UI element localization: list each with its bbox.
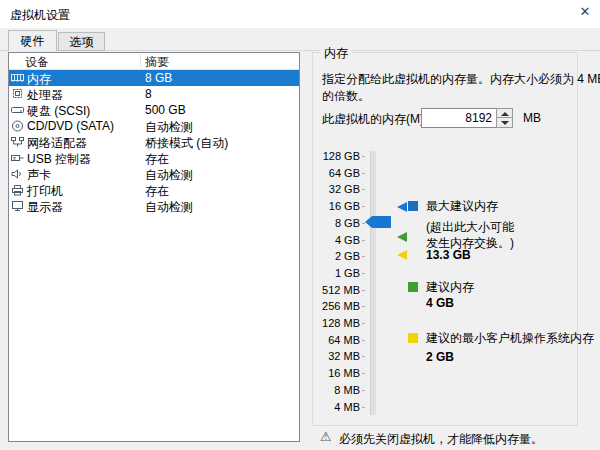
- scale-label: 8 GB: [314, 216, 360, 230]
- recommended-marker-icon: [397, 232, 407, 242]
- scale-tick: [362, 206, 365, 207]
- scale-tick: [362, 407, 365, 408]
- scale-tick: [362, 373, 365, 374]
- scale-tick: [362, 323, 365, 324]
- device-row-usb-controller[interactable]: USB 控制器 存在: [9, 150, 299, 166]
- guest-min-label: 建议的最小客户机操作系统内存: [426, 331, 594, 345]
- spinner-down-button[interactable]: [496, 118, 513, 128]
- tab-hardware[interactable]: 硬件: [8, 30, 57, 51]
- scale-label: 1 GB: [314, 266, 360, 280]
- scale-label: 128 MB: [314, 316, 360, 330]
- device-row-display[interactable]: 显示器 自动检测: [9, 198, 299, 214]
- printer-icon: [11, 184, 24, 196]
- scale-tick: [362, 223, 365, 224]
- device-list-header: 设备 摘要: [9, 53, 299, 70]
- scale-tick: [362, 189, 365, 190]
- scale-tick: [362, 256, 365, 257]
- dialog-title: 虚拟机设置: [10, 7, 70, 24]
- scale-label: 256 MB: [314, 299, 360, 313]
- cd-dvd-icon: [11, 120, 24, 132]
- device-name: 显示器: [27, 199, 63, 216]
- device-list: 设备 摘要 内存 8 GB 处理器 8 硬盘 (SCSI) 500 GB CD/…: [8, 52, 300, 442]
- device-row-printer[interactable]: 打印机 存在: [9, 182, 299, 198]
- scale-label: 16 GB: [314, 199, 360, 213]
- network-adapter-icon: [11, 136, 24, 148]
- scale-label: 64 MB: [314, 333, 360, 347]
- display-icon: [11, 200, 24, 212]
- column-header-summary[interactable]: 摘要: [145, 54, 169, 71]
- scale-tick: [362, 356, 365, 357]
- device-row-sound-card[interactable]: 声卡 自动检测: [9, 166, 299, 182]
- scale-tick: [362, 390, 365, 391]
- spinner-up-button[interactable]: [496, 108, 513, 118]
- scale-tick: [362, 240, 365, 241]
- scale-label: 4 GB: [314, 233, 360, 247]
- scale-tick: [362, 156, 365, 157]
- up-arrow-icon: [501, 112, 509, 116]
- recommended-label: 建议内存: [426, 280, 474, 294]
- scale-label: 8 MB: [314, 383, 360, 397]
- max-recommended-value: 13.3 GB: [426, 248, 471, 262]
- device-summary: 8: [145, 87, 152, 101]
- max-recommended-label: 最大建议内存: [426, 199, 498, 213]
- scale-label: 4 MB: [314, 400, 360, 414]
- device-row-cd-dvd[interactable]: CD/DVD (SATA) 自动检测: [9, 118, 299, 134]
- device-row-network-adapter[interactable]: 网络适配器 桥接模式 (自动): [9, 134, 299, 150]
- down-arrow-icon: [501, 121, 509, 125]
- device-row-hard-disk[interactable]: 硬盘 (SCSI) 500 GB: [9, 102, 299, 118]
- recommended-legend-icon: [408, 282, 418, 292]
- usb-controller-icon: [11, 152, 24, 164]
- scale-tick: [362, 173, 365, 174]
- memory-group-title: 内存: [320, 45, 352, 62]
- sound-card-icon: [11, 168, 24, 180]
- scale-tick: [362, 306, 365, 307]
- close-icon[interactable]: ✕: [575, 3, 595, 21]
- guest-min-legend-icon: [408, 333, 418, 343]
- memory-input-label: 此虚拟机的内存(M):: [322, 111, 427, 128]
- scale-label: 32 MB: [314, 349, 360, 363]
- max-recommended-note1: (超出此大小可能: [426, 220, 514, 234]
- device-name: CD/DVD (SATA): [27, 119, 114, 133]
- recommended-value: 4 GB: [426, 296, 454, 310]
- scale-tick: [362, 340, 365, 341]
- device-summary: 自动检测: [145, 199, 193, 216]
- memory-size-input[interactable]: [421, 108, 497, 128]
- scale-label: 128 GB: [314, 149, 360, 163]
- device-row-memory[interactable]: 内存 8 GB: [9, 70, 299, 86]
- scale-label: 32 GB: [314, 182, 360, 196]
- memory-spinner: [496, 108, 513, 128]
- warning-icon: ⚠: [320, 429, 332, 444]
- scale-tick: [362, 290, 365, 291]
- memory-unit-label: MB: [523, 111, 541, 125]
- memory-description-line1: 指定分配给此虚拟机的内存量。内存大小必须为 4 MB: [322, 71, 600, 88]
- max-recommended-marker-icon: [397, 202, 407, 212]
- memory-description-line2: 的倍数。: [322, 88, 370, 105]
- guest-min-marker-icon: [397, 250, 407, 260]
- warning-text: 必须先关闭虚拟机，才能降低内存量。: [339, 431, 543, 448]
- memory-slider-track[interactable]: [370, 151, 377, 415]
- device-summary: 8 GB: [145, 71, 172, 85]
- device-summary: 500 GB: [145, 103, 186, 117]
- scale-label: 64 GB: [314, 166, 360, 180]
- hard-disk-icon: [11, 104, 24, 116]
- scale-label: 2 GB: [314, 249, 360, 263]
- scale-label: 16 MB: [314, 366, 360, 380]
- tab-options[interactable]: 选项: [58, 32, 105, 51]
- device-row-processors[interactable]: 处理器 8: [9, 86, 299, 102]
- processor-icon: [11, 88, 24, 100]
- max-recommended-legend-icon: [408, 201, 418, 211]
- scale-tick: [362, 273, 365, 274]
- memory-icon: [11, 72, 24, 84]
- column-header-device[interactable]: 设备: [25, 54, 49, 71]
- scale-label: 512 MB: [314, 283, 360, 297]
- guest-min-value: 2 GB: [426, 350, 454, 364]
- vm-settings-dialog: 虚拟机设置 ✕ 硬件 选项 设备 摘要 内存 8 GB 处理器 8 硬盘 (SC…: [0, 0, 600, 450]
- column-divider: [140, 54, 141, 67]
